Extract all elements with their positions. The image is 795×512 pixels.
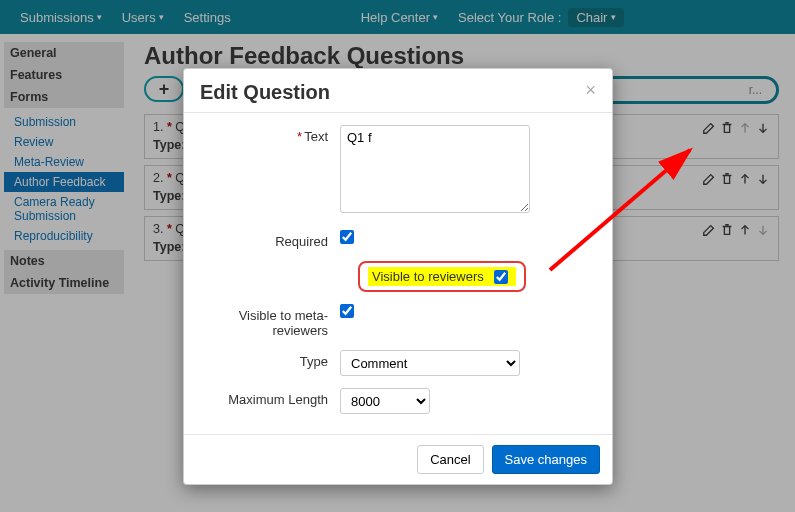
close-icon[interactable]: × bbox=[585, 81, 596, 99]
cancel-button[interactable]: Cancel bbox=[417, 445, 483, 474]
visible-reviewers-checkbox[interactable] bbox=[494, 270, 508, 284]
highlight-annotation: Visible to reviewers bbox=[358, 261, 526, 292]
type-select[interactable]: Comment bbox=[340, 350, 520, 376]
modal-title: Edit Question bbox=[200, 81, 330, 104]
question-text-input[interactable] bbox=[340, 125, 530, 213]
save-button[interactable]: Save changes bbox=[492, 445, 600, 474]
visible-reviewers-label: Visible to reviewers bbox=[372, 269, 484, 284]
required-checkbox[interactable] bbox=[340, 230, 354, 244]
maxlen-select[interactable]: 8000 bbox=[340, 388, 430, 414]
edit-question-modal: Edit Question × *Text Required Visible t… bbox=[183, 68, 613, 485]
visible-meta-checkbox[interactable] bbox=[340, 304, 354, 318]
